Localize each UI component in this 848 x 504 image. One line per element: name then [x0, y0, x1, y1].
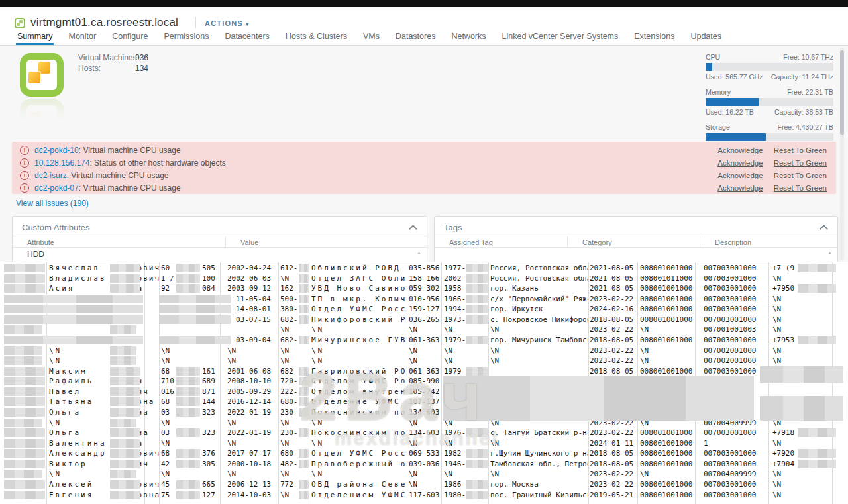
- tab-updates[interactable]: Updates: [689, 28, 723, 45]
- alert-entity-link[interactable]: dc2-isurz: [34, 171, 67, 180]
- meter-name: Storage: [706, 123, 730, 131]
- tag-row[interactable]: [435, 248, 837, 261]
- page-scrollbar[interactable]: [840, 48, 844, 260]
- table-cell: 60: [161, 264, 170, 272]
- tab-hosts-clusters[interactable]: Hosts & Clusters: [284, 28, 348, 45]
- table-cell: Татьяна: [49, 397, 93, 406]
- table-cell: 1946-: [444, 460, 466, 468]
- redaction-block: [110, 274, 140, 283]
- alert-entity-link[interactable]: dc2-pokd-10: [34, 146, 79, 155]
- redaction-block: [798, 264, 836, 272]
- table-cell: с. Покровское Никифоров: [490, 315, 588, 324]
- watermark-text: 2Вач: [299, 363, 488, 430]
- table-cell: \N: [280, 439, 289, 448]
- tab-vms[interactable]: VMs: [362, 28, 381, 45]
- redaction-block: [4, 449, 45, 458]
- tab-configure[interactable]: Configure: [111, 28, 149, 45]
- table-cell: 007003001000: [704, 480, 756, 489]
- table-cell: 1979-: [444, 336, 466, 344]
- table-cell: 162-: [280, 284, 298, 293]
- table-cell: \N: [161, 356, 170, 365]
- alert-entity-link[interactable]: dc2-pokd-07: [34, 183, 79, 193]
- resource-meter-memory: MemoryFree: 22.31 TBUsed: 16.22 TBCapaci…: [706, 88, 833, 116]
- table-cell: 2023-02-22: [590, 325, 633, 334]
- table-cell: 2017-07-17: [227, 449, 271, 458]
- table-cell: 084: [202, 284, 215, 293]
- reset-to-green-link[interactable]: Reset To Green: [774, 172, 827, 179]
- scrollbar-thumb[interactable]: [840, 50, 844, 135]
- acknowledge-link[interactable]: Acknowledge: [717, 159, 763, 167]
- page-title: virtmgmt01.ca.rosreestr.local: [30, 16, 178, 29]
- acknowledge-link[interactable]: Acknowledge: [717, 184, 763, 192]
- tab-permissions[interactable]: Permissions: [162, 28, 210, 45]
- redaction-block: [4, 274, 45, 283]
- redaction-block: [466, 491, 488, 499]
- attribute-row[interactable]: HDD: [13, 248, 427, 261]
- usage-bar: [706, 98, 833, 106]
- usage-bar: [706, 133, 833, 141]
- table-cell: Обливский РОВД: [311, 264, 409, 272]
- table-cell: \N: [640, 346, 649, 355]
- table-cell: ТП в мкр. Колыч: [311, 295, 409, 303]
- table-cell: Отдел УФМС Росс: [311, 305, 409, 313]
- view-all-issues-link[interactable]: View all issues (190): [16, 199, 89, 208]
- column-header[interactable]: Value: [225, 236, 427, 247]
- tab-datastores[interactable]: Datastores: [394, 28, 437, 45]
- table-cell: 500-: [280, 295, 298, 303]
- acknowledge-link[interactable]: Acknowledge: [717, 172, 763, 179]
- redaction-block: [4, 439, 45, 448]
- table-cell: \N: [311, 325, 409, 334]
- redaction-block: [176, 460, 200, 468]
- table-cell: \N: [772, 439, 781, 448]
- tab-extensions[interactable]: Extensions: [633, 28, 676, 45]
- collapse-chevron-icon[interactable]: [409, 225, 417, 233]
- redaction-block: [110, 449, 140, 458]
- redaction-block: [4, 367, 45, 376]
- alert-entity-link[interactable]: 10.128.156.174: [34, 158, 89, 168]
- table-cell: 482-: [280, 460, 298, 468]
- tab-networks[interactable]: Networks: [450, 28, 487, 45]
- column-header[interactable]: Attribute: [13, 236, 225, 247]
- table-cell: 68: [161, 367, 170, 376]
- actions-menu-button[interactable]: ACTIONS▾: [205, 19, 250, 27]
- redaction-block: [159, 315, 231, 324]
- table-cell: 682-: [280, 315, 298, 324]
- table-cell: 665: [202, 480, 215, 489]
- table-cell: \N: [640, 356, 649, 365]
- reset-to-green-link[interactable]: Reset To Green: [774, 184, 827, 192]
- table-cell: 059-302: [409, 284, 439, 293]
- redaction-block: [110, 439, 140, 448]
- column-header[interactable]: Category: [567, 236, 700, 247]
- warning-icon: !: [20, 146, 29, 155]
- vm-count-value: 936: [135, 53, 148, 62]
- table-cell: 222-: [280, 387, 298, 396]
- scroll-up-icon[interactable]: ▲: [827, 250, 832, 255]
- scroll-up-icon[interactable]: ▲: [417, 250, 421, 255]
- column-header[interactable]: Description: [700, 236, 837, 247]
- reset-to-green-link[interactable]: Reset To Green: [774, 146, 827, 154]
- alert-message: : Virtual machine CPU usage: [79, 183, 181, 193]
- table-cell: \N: [227, 356, 236, 365]
- acknowledge-link[interactable]: Acknowledge: [717, 146, 763, 154]
- table-cell: 008001001000: [640, 295, 692, 303]
- tab-summary[interactable]: Summary: [16, 28, 54, 45]
- tab-monitor[interactable]: Monitor: [67, 28, 97, 45]
- redaction-block: [176, 449, 200, 458]
- table-cell: 230-: [280, 428, 298, 437]
- redaction-block: [159, 336, 231, 344]
- table-cell: \N: [444, 346, 452, 355]
- collapse-chevron-icon[interactable]: [820, 225, 828, 233]
- table-cell: \N: [490, 325, 588, 334]
- tab-datacenters[interactable]: Datacenters: [223, 28, 270, 45]
- table-cell: 376: [202, 449, 215, 458]
- table-cell: 2022-01-19: [227, 428, 271, 437]
- tab-linked-vcenter-server-systems[interactable]: Linked vCenter Server Systems: [501, 28, 620, 45]
- column-header[interactable]: Assigned Tag: [435, 236, 567, 247]
- reset-to-green-link[interactable]: Reset To Green: [774, 159, 827, 167]
- redaction-block: [4, 377, 45, 385]
- table-cell: 505: [202, 264, 215, 272]
- table-cell: 323: [202, 408, 215, 417]
- table-cell: Мичуринское ГУВ: [311, 336, 409, 344]
- alert-row: !dc2-pokd-07: Virtual machine CPU usageA…: [12, 181, 836, 194]
- table-cell: 008001001000: [640, 367, 692, 376]
